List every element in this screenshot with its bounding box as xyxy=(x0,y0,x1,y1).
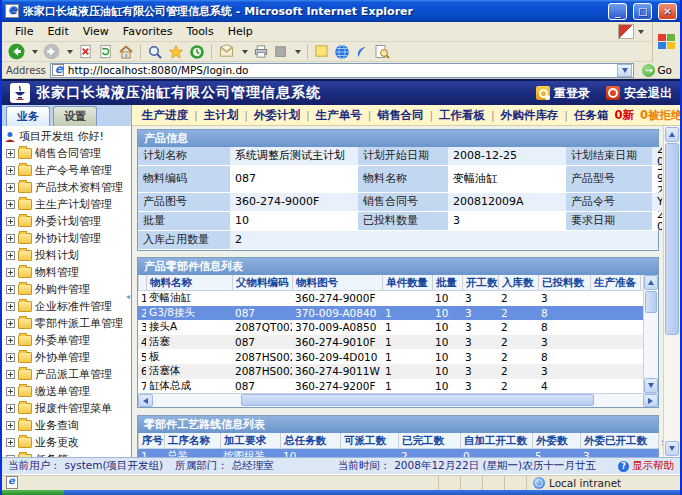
col-加工要求[interactable]: 加工要求 xyxy=(220,433,280,448)
col-外委已开工数[interactable]: 外委已开工数 xyxy=(580,433,658,448)
col-物料名称[interactable]: 物料名称 xyxy=(146,275,232,290)
col-总任务数[interactable]: 总任务数 xyxy=(280,433,340,448)
nav-主计划[interactable]: 主计划 xyxy=(204,108,239,123)
tree-expand-icon[interactable] xyxy=(6,268,15,277)
address-input[interactable] xyxy=(68,64,618,77)
page-scroll-thumb[interactable] xyxy=(665,143,679,335)
sidebar-item-业务更改[interactable]: 业务更改 xyxy=(4,434,131,451)
pdf-dropdown-icon[interactable] xyxy=(638,30,644,34)
sidebar-item-缴送单管理[interactable]: 缴送单管理 xyxy=(4,383,131,400)
back-dropdown[interactable] xyxy=(28,42,40,61)
col-父物料编码[interactable]: 父物料编码 xyxy=(232,275,292,290)
discuss-icon[interactable] xyxy=(312,42,331,61)
stop-icon[interactable] xyxy=(76,42,95,61)
col-物料图号[interactable]: 物料图号 xyxy=(292,275,382,290)
table-row[interactable]: 3接头A2087QT002370-009-A085011032820 % xyxy=(138,320,643,335)
sidebar-item-外协计划管理[interactable]: 外协计划管理 xyxy=(4,230,131,247)
table-row[interactable]: 6活塞体2087HS002360-274-9011W11032320 % xyxy=(138,364,643,379)
go-button[interactable]: → Go xyxy=(638,64,676,77)
nav-生产单号[interactable]: 生产单号 xyxy=(316,108,362,123)
table-row[interactable]: 1总装按图组装10205300 xyxy=(138,449,658,457)
tree-expand-icon[interactable] xyxy=(6,183,15,192)
sidebar-item-外委单管理[interactable]: 外委单管理 xyxy=(4,332,131,349)
menu-help[interactable]: Help xyxy=(221,23,260,40)
pdf-toolbar-icon[interactable] xyxy=(618,24,634,39)
sidebar-item-主生产计划管理[interactable]: 主生产计划管理 xyxy=(4,196,131,213)
sidebar-item-产品派工单管理[interactable]: 产品派工单管理 xyxy=(4,366,131,383)
scroll-down-icon[interactable] xyxy=(644,378,658,393)
page-scroll-down-icon[interactable] xyxy=(665,441,679,456)
favorites-icon[interactable] xyxy=(166,42,186,61)
msn-icon[interactable] xyxy=(353,42,371,61)
relogin-button[interactable]: 重登录 xyxy=(536,85,590,102)
sidebar-item-投料计划[interactable]: 投料计划 xyxy=(4,247,131,264)
menu-file[interactable]: File xyxy=(8,23,40,40)
maximize-button[interactable]: □ xyxy=(633,3,652,20)
col-开工数[interactable]: 开工数 xyxy=(462,275,498,290)
history-icon[interactable] xyxy=(187,42,207,61)
col-seq[interactable] xyxy=(138,275,146,290)
nav-生产进度[interactable]: 生产进度 xyxy=(142,108,188,123)
sidebar-item-零部件派工单管理[interactable]: 零部件派工单管理 xyxy=(4,315,131,332)
tree-expand-icon[interactable] xyxy=(6,353,15,362)
table-row[interactable]: 2G3/8接头087370-009-A084011032820 % xyxy=(138,306,643,321)
tree-expand-icon[interactable] xyxy=(6,319,15,328)
nav-工作看板[interactable]: 工作看板 xyxy=(439,108,485,123)
table-row[interactable]: 1变幅油缸360-274-9000F1032329 % xyxy=(138,291,643,306)
tree-expand-icon[interactable] xyxy=(6,166,15,175)
sidebar-item-销售合同管理[interactable]: 销售合同管理 xyxy=(4,145,131,162)
tree-expand-icon[interactable] xyxy=(6,285,15,294)
sidebar-item-任务箱[interactable]: 任务箱 xyxy=(4,451,131,457)
address-dropdown-icon[interactable] xyxy=(617,64,632,77)
page-vscrollbar[interactable] xyxy=(663,126,680,457)
sidebar-item-外协单管理[interactable]: 外协单管理 xyxy=(4,349,131,366)
mail-icon[interactable] xyxy=(216,42,237,61)
close-button[interactable]: ✕ xyxy=(658,3,677,20)
forward-dropdown[interactable] xyxy=(63,42,75,61)
sidebar-item-企业标准件管理[interactable]: 企业标准件管理 xyxy=(4,298,131,315)
table-row[interactable]: 5板2087HS002360-209-4D01011032820 % xyxy=(138,349,643,364)
logout-button[interactable]: 安全退出 xyxy=(606,85,672,102)
col-生产准备[interactable]: 生产准备 xyxy=(590,275,640,290)
sidebar-item-产品技术资料管理[interactable]: 产品技术资料管理 xyxy=(4,179,131,196)
messenger-icon[interactable] xyxy=(332,42,352,61)
table-row[interactable]: 7缸体总成087360-274-9200F11032419 % xyxy=(138,379,643,394)
mail-dropdown[interactable] xyxy=(238,42,250,61)
minimize-button[interactable]: _ xyxy=(608,3,627,20)
menu-tools[interactable]: Tools xyxy=(180,23,221,40)
col-外委数[interactable]: 外委数 xyxy=(532,433,580,448)
col-自加工开工数[interactable]: 自加工开工数 xyxy=(460,433,532,448)
sidebar-item-生产令号单管理[interactable]: 生产令号单管理 xyxy=(4,162,131,179)
col-入库数[interactable]: 入库数 xyxy=(498,275,538,290)
tree-expand-icon[interactable] xyxy=(6,455,15,457)
nav-任务箱[interactable]: 任务箱 xyxy=(574,108,609,123)
hscroll-thumb[interactable] xyxy=(241,394,594,406)
scroll-thumb[interactable] xyxy=(645,291,657,313)
scroll-left-icon[interactable] xyxy=(138,394,153,407)
page-scroll-up-icon[interactable] xyxy=(665,127,679,142)
tree-expand-icon[interactable] xyxy=(6,438,15,447)
col-序号[interactable]: 序号 xyxy=(138,433,164,448)
start-button-sliver[interactable] xyxy=(2,490,64,495)
table-row[interactable]: 4活塞087360-274-9010F11032320 % xyxy=(138,335,643,350)
sidebar-collapse-handle[interactable]: ◂ xyxy=(126,285,131,309)
sidebar-item-业务查询[interactable]: 业务查询 xyxy=(4,417,131,434)
menu-edit[interactable]: Edit xyxy=(40,23,75,40)
sidebar-item-外委计划管理[interactable]: 外委计划管理 xyxy=(4,213,131,230)
sidebar-item-外购件管理[interactable]: 外购件管理 xyxy=(4,281,131,298)
tree-expand-icon[interactable] xyxy=(6,200,15,209)
tree-expand-icon[interactable] xyxy=(6,370,15,379)
tab-业务[interactable]: 业务 xyxy=(6,106,50,126)
tree-expand-icon[interactable] xyxy=(6,251,15,260)
col-单件数量[interactable]: 单件数量 xyxy=(382,275,432,290)
col-已投料数[interactable]: 已投料数 xyxy=(538,275,590,290)
search-icon[interactable] xyxy=(145,42,165,61)
tree-expand-icon[interactable] xyxy=(6,149,15,158)
tree-expand-icon[interactable] xyxy=(6,302,15,311)
parts-table-hscrollbar[interactable] xyxy=(138,393,658,407)
menu-favorites[interactable]: Favorites xyxy=(116,23,180,40)
tree-expand-icon[interactable] xyxy=(6,336,15,345)
edit-icon[interactable] xyxy=(272,42,290,61)
scroll-right-icon[interactable] xyxy=(643,394,658,407)
col-可派工数[interactable]: 可派工数 xyxy=(340,433,398,448)
